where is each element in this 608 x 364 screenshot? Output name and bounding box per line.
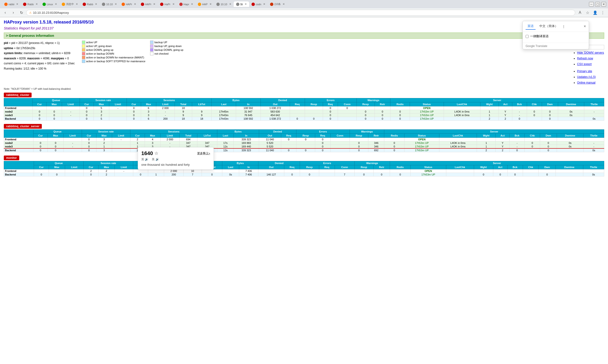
table-row: Frontend 03- 242 000694 339 32311 040 00…	[4, 138, 604, 141]
back-button[interactable]: ‹	[2, 9, 9, 16]
browser-tab-7[interactable]: HAPr✕	[139, 1, 158, 7]
word-tooltip: 1640 ☆ 更多释义» 英 🔊 美 🔊 one thousand six hu…	[138, 147, 214, 169]
tooltip-translation: one thousand six hundred and forty	[141, 163, 210, 167]
translate-always-checkbox[interactable]	[526, 35, 529, 38]
legend-active-down-going-up: active DOWN, going up	[82, 48, 146, 52]
th-session-rate: Session rate	[79, 98, 127, 102]
browser-tab-12[interactable]: St✕	[234, 1, 249, 7]
table-row: node3 00- 01 13-34734712s 169 4405 520 0…	[4, 145, 604, 149]
profile-icon[interactable]: 👤	[592, 9, 598, 16]
legend-backup-up-going-down: backup UP, going down	[150, 44, 183, 48]
rabbitmq-cluster-server-table: Queue Session rate Sessions Bytes Denied…	[4, 130, 604, 152]
browser-tab-1[interactable]: Rabb✕	[21, 1, 40, 7]
table-colgroup-row: Queue Session rate Sessions Bytes Denied…	[4, 98, 604, 102]
updates-link[interactable]: Updates (v1.5)	[577, 75, 596, 78]
right-panel-links: Hide 'DOWN' servers Refresh now CSV expo…	[573, 50, 604, 67]
info-section: pid = pid = 201137 (process #1, nbproc =…	[4, 41, 604, 85]
tooltip-word: 1640 ☆ 更多释义»	[141, 150, 210, 156]
bookmark-icon[interactable]: ☆	[584, 9, 591, 16]
menu-icon[interactable]: ⋮	[599, 9, 606, 16]
page-subtitle: Statistics Report for pid 201137	[4, 26, 604, 30]
legend-backup-up: backup UP	[150, 41, 183, 44]
close-button[interactable]: ✕	[601, 2, 606, 7]
translate-popup: 英语 中文（简体） ⋮ × 一律翻译英语 Google Translate	[522, 21, 589, 49]
system-limits-line: system limits: memmax = unlimited; ulimi…	[4, 51, 75, 56]
csv-export-link[interactable]: CSV export	[577, 63, 592, 66]
th-empty	[4, 98, 33, 106]
translate-popup-body: 一律翻译英语	[523, 32, 589, 43]
browser-tab-2[interactable]: Linux✕	[40, 1, 59, 7]
page-content: HAProxy version 1.5.18, released 2016/05…	[0, 17, 608, 182]
browser-tab-13[interactable]: csdn✕	[249, 1, 268, 7]
address-url-text: 10.10.10.23:8100/haproxy	[33, 11, 69, 14]
browser-tab-5[interactable]: 10.10✕	[100, 1, 119, 7]
browser-tab-3[interactable]: 消息中✕	[59, 1, 80, 7]
monitor-section: monitor Queue Session rate Sessions Byte…	[4, 156, 604, 176]
reload-button[interactable]: ↻	[18, 9, 25, 16]
legend-active-up-going-down: active UP, going down	[82, 44, 146, 48]
table-colgroup-row: Queue Session rate Sessions Bytes Denied…	[4, 161, 604, 165]
maxsock-line: maxsock = 8209; maxconn = 4096; maxpipes…	[4, 56, 75, 61]
translate-popup-header: 英语 中文（简体） ⋮ ×	[523, 21, 589, 32]
forward-button[interactable]: ›	[10, 9, 17, 16]
refresh-now-link[interactable]: Refresh now	[577, 57, 593, 60]
table-subheader-row2: CurMaxLimit CurMaxLimit CurMaxLimitTotal…	[4, 134, 604, 138]
legend-active-up: active UP	[82, 41, 146, 44]
current-conns-line: current conns = 4; current pipes = 0/0; …	[4, 61, 75, 66]
audio-lang-us: 美 🔊	[152, 157, 159, 161]
browser-tab-10[interactable]: HAP✕	[195, 1, 214, 7]
table-row: node2 00- 02 13-34734717s 169 8835 520 0…	[4, 141, 604, 145]
rabbitmq-cluster-label: rabbitmq_cluster	[4, 93, 32, 97]
th-warnings: Warnings	[357, 98, 390, 102]
browser-tab-6[interactable]: HAPr✕	[119, 1, 139, 7]
translate-close-button[interactable]: ×	[584, 24, 586, 28]
tooltip-star[interactable]: ☆	[154, 151, 158, 156]
online-manual-link[interactable]: Online manual	[577, 81, 595, 84]
minimize-button[interactable]: ─	[589, 2, 594, 7]
rabbitmq-cluster-section: rabbitmq_cluster Queue Session rate Sess…	[4, 93, 604, 121]
translate-footer: Google Translate	[523, 43, 589, 49]
hide-down-servers-link[interactable]: Hide 'DOWN' servers	[577, 51, 604, 54]
legend-note: Note: "NOLB"/"DRAIN" = UP with load-bala…	[4, 87, 604, 90]
legend-not-checked: not checked	[150, 52, 183, 55]
th-errors: Errors	[305, 98, 357, 102]
audio-us-button[interactable]: 🔊	[155, 158, 159, 161]
window-controls: ─ ▢ ✕	[589, 2, 606, 7]
table-row: Backend 00 02 01200700s 7 406146 127 00 …	[4, 173, 604, 176]
rabbitmq-cluster-table: Queue Session rate Sessions Bytes Denied…	[4, 98, 604, 121]
monitor-table: Queue Session rate Sessions Bytes Denied…	[4, 161, 604, 176]
browser-tab-8[interactable]: HaPr✕	[158, 1, 177, 7]
browser-tab-4[interactable]: Rabb✕	[80, 1, 100, 7]
browser-tab-11[interactable]: 10.10✕	[214, 1, 234, 7]
table-subheader-row3: CurMaxLimit CurMaxLimit CurMaxLimitTotal…	[4, 165, 604, 169]
translate-tab-chinese[interactable]: 中文（简体）	[537, 23, 560, 30]
translate-tab-english[interactable]: 英语	[526, 23, 536, 30]
browser-toolbar: ‹ › ↻ ⚠ 10.10.10.23:8100/haproxy A ☆ 👤 ⋮	[0, 8, 608, 17]
th-empty2	[4, 130, 34, 138]
address-bar[interactable]: ⚠ 10.10.10.23:8100/haproxy	[26, 10, 575, 16]
th-sessions: Sessions	[127, 98, 211, 102]
pid-line: pid = pid = 201137 (process #1, nbproc =…	[4, 41, 75, 46]
primary-site-link[interactable]: Primary site	[577, 70, 592, 73]
browser-tab-0[interactable]: rabbi✕	[2, 1, 21, 7]
legend-col-right: backup UP backup UP, going down backup D…	[150, 41, 183, 63]
th-bytes: Bytes	[211, 98, 260, 102]
audio-lang-en: 英 🔊	[141, 157, 148, 161]
maximize-button[interactable]: ▢	[595, 2, 600, 7]
translate-always-label: 一律翻译英语	[530, 34, 549, 39]
running-tasks-line: Running tasks: 1/12; idle = 100 %	[4, 66, 75, 71]
translate-more-button[interactable]: ⋮	[562, 24, 566, 29]
audio-en-button[interactable]: 🔊	[145, 158, 148, 161]
monitor-label: monitor	[4, 156, 19, 160]
browser-tab-9[interactable]: Hapr✕	[177, 1, 196, 7]
table-row: Backend 00 05 06200181817h43m 108 5921 0…	[4, 117, 604, 121]
translate-icon[interactable]: A	[577, 9, 583, 16]
tooltip-more[interactable]: 更多释义»	[197, 152, 210, 156]
external-links: Primary site Updates (v1.5) Online manua…	[573, 68, 604, 85]
browser-tab-14[interactable]: (10条✕	[268, 1, 287, 7]
th-queue: Queue	[33, 98, 80, 102]
uptime-line: uptime = 0d 17h53m29s	[4, 46, 75, 51]
table-row: Frontend 22- 2 00010 7 406 OPEN	[4, 169, 604, 173]
page-scroll: HAProxy version 1.5.18, released 2016/05…	[0, 17, 608, 182]
browser-title-bar: rabbi✕Rabb✕Linux✕消息中✕Rabb✕10.10✕HAPr✕HAP…	[0, 0, 608, 8]
